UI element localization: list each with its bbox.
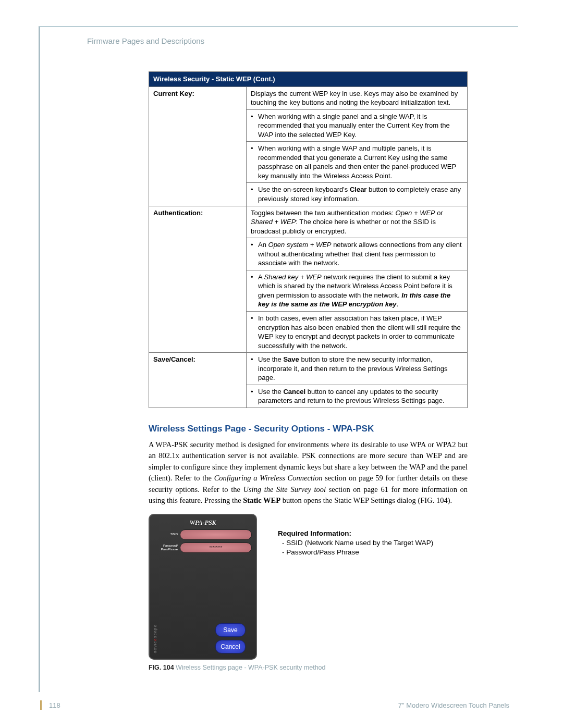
table-cell: •Use the on-screen keyboard's Clear butt…: [247, 183, 468, 206]
cell-text: Use the on-screen keyboard's Clear butto…: [258, 185, 463, 203]
row-label: Authentication:: [149, 206, 247, 353]
required-info: Required Information: - SSID (Network Na…: [278, 514, 433, 557]
cell-text: Toggles between the two authentication m…: [251, 209, 443, 235]
body-paragraph: A WPA-PSK security method is designed fo…: [149, 439, 468, 507]
cell-text: An Open system + WEP network allows conn…: [258, 240, 463, 268]
req-item: - Password/Pass Phrase: [282, 548, 433, 557]
cell-text: Displays the current WEP key in use. Key…: [251, 90, 458, 107]
figure-row: WPA-PSK SSID Password/ PassPhrase ******…: [149, 514, 468, 660]
page-number: 118: [49, 701, 60, 709]
page-content: Firmware Pages and Descriptions Wireless…: [39, 26, 518, 692]
device-title: WPA-PSK: [150, 519, 256, 527]
ssid-label: SSID: [154, 533, 180, 536]
cancel-button[interactable]: Cancel: [215, 640, 246, 653]
save-button[interactable]: Save: [215, 623, 246, 637]
device-screenshot: WPA-PSK SSID Password/ PassPhrase ******…: [149, 514, 257, 660]
cell-text: Use the Cancel button to cancel any upda…: [258, 387, 463, 405]
table-header: Wireless Security - Static WEP (Cont.): [149, 72, 468, 87]
section-heading: Wireless Settings Page - Security Option…: [149, 424, 471, 434]
cell-text: In both cases, even after association ha…: [258, 314, 463, 350]
pass-label: Password/ PassPhrase: [154, 544, 180, 551]
breadcrumb: Firmware Pages and Descriptions: [87, 36, 471, 45]
footer-right: 7" Modero Widescreen Touch Panels: [398, 701, 509, 709]
fig-text: Wireless Settings page - WPA-PSK securit…: [174, 664, 326, 671]
cell-text: When working with a single panel and a s…: [258, 112, 463, 140]
figure-caption: FIG. 104 Wireless Settings page - WPA-PS…: [149, 664, 471, 671]
row-label: Save/Cancel:: [149, 353, 247, 408]
pass-field[interactable]: ********: [180, 542, 252, 553]
table-cell: •When working with a single panel and a …: [247, 109, 468, 142]
ssid-field[interactable]: [180, 529, 252, 540]
table-cell: •In both cases, even after association h…: [247, 312, 468, 353]
page-footer: 118 7" Modero Widescreen Touch Panels: [40, 700, 520, 710]
req-item: - SSID (Network Name used by the Target …: [282, 538, 433, 548]
cell-text: Use the Save button to store the new sec…: [258, 355, 463, 382]
table-cell: •Use the Save button to store the new se…: [247, 353, 468, 385]
table-cell: •When working with a single WAP and mult…: [247, 142, 468, 183]
table-cell: •Use the Cancel button to cancel any upd…: [247, 385, 468, 408]
table-cell: •An Open system + WEP network allows con…: [247, 238, 468, 270]
cell-text: A Shared key + WEP network requires the …: [258, 273, 463, 309]
cell-text: When working with a single WAP and multi…: [258, 144, 463, 180]
table-cell: Displays the current WEP key in use. Key…: [247, 87, 468, 109]
fig-label: FIG. 104: [149, 664, 174, 671]
row-label: Current Key:: [149, 87, 247, 206]
req-title: Required Information:: [278, 529, 433, 537]
security-table: Wireless Security - Static WEP (Cont.) C…: [149, 71, 468, 408]
table-cell: •A Shared key + WEP network requires the…: [247, 270, 468, 311]
brand-label: devicescape: [153, 624, 157, 653]
table-cell: Toggles between the two authentication m…: [247, 206, 468, 238]
